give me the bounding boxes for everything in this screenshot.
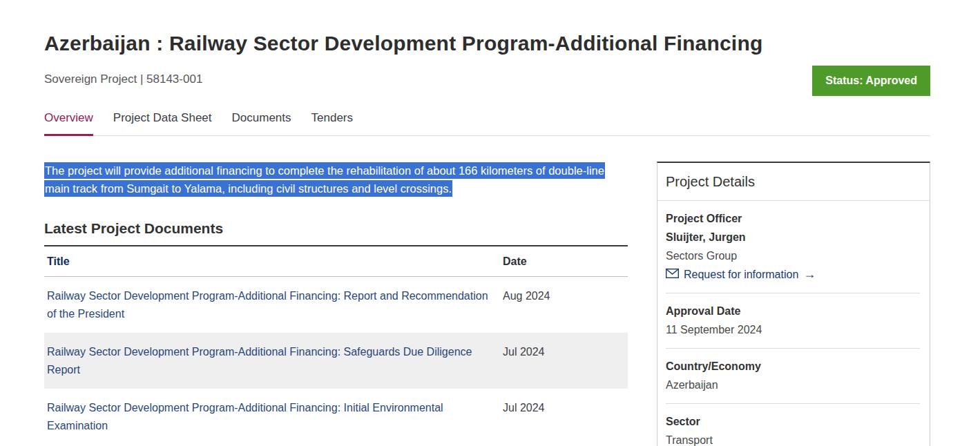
- arrow-right-icon: →: [803, 265, 816, 284]
- main-content: The project will provide additional fina…: [44, 162, 930, 446]
- request-information-link[interactable]: Request for information →: [666, 265, 920, 284]
- project-officer-section: Project Officer Sluijter, Jurgen Sectors…: [657, 201, 930, 293]
- project-officer-label: Project Officer: [666, 209, 920, 228]
- overview-panel: The project will provide additional fina…: [44, 162, 628, 446]
- project-page: Azerbaijan : Railway Sector Development …: [0, 0, 980, 446]
- document-date: Aug 2024: [500, 277, 628, 333]
- documents-header-row: Title Date: [44, 246, 628, 277]
- table-row: Railway Sector Development Program-Addit…: [44, 333, 628, 389]
- selected-text: The project will provide additional fina…: [44, 162, 605, 197]
- project-summary: The project will provide additional fina…: [44, 162, 609, 197]
- sector-section: Sector Transport: [657, 404, 930, 446]
- table-row: Railway Sector Development Program-Addit…: [44, 389, 628, 445]
- country-economy-section: Country/Economy Azerbaijan: [657, 349, 930, 403]
- project-subtitle: Sovereign Project | 58143-001: [44, 66, 202, 86]
- tab-bar: Overview Project Data Sheet Documents Te…: [44, 111, 930, 136]
- table-row: Railway Sector Development Program-Addit…: [44, 277, 628, 333]
- request-information-label: Request for information: [684, 265, 798, 284]
- subtitle-row: Sovereign Project | 58143-001 Status: Ap…: [44, 66, 930, 96]
- document-link[interactable]: Railway Sector Development Program-Addit…: [47, 346, 472, 376]
- tab-project-data-sheet[interactable]: Project Data Sheet: [113, 111, 212, 136]
- approval-date-section: Approval Date 11 September 2024: [657, 293, 930, 348]
- document-link[interactable]: Railway Sector Development Program-Addit…: [47, 290, 488, 320]
- document-date: Jul 2024: [500, 389, 628, 445]
- document-link[interactable]: Railway Sector Development Program-Addit…: [47, 402, 443, 432]
- sector-value: Transport: [666, 431, 920, 446]
- column-header-title[interactable]: Title: [44, 246, 500, 277]
- tab-documents[interactable]: Documents: [232, 111, 291, 136]
- approval-date-label: Approval Date: [666, 302, 920, 320]
- project-details-panel: Project Details Project Officer Sluijter…: [657, 162, 930, 446]
- project-officer-name: Sluijter, Jurgen: [666, 228, 920, 246]
- documents-table: Title Date Railway Sector Development Pr…: [44, 246, 628, 445]
- document-date: Jul 2024: [500, 333, 628, 389]
- envelope-icon: [666, 265, 679, 284]
- column-header-date: Date: [500, 246, 628, 277]
- project-details-heading: Project Details: [657, 163, 930, 201]
- latest-documents-heading: Latest Project Documents: [44, 220, 628, 246]
- page-title: Azerbaijan : Railway Sector Development …: [44, 32, 930, 55]
- tab-tenders[interactable]: Tenders: [311, 111, 353, 136]
- sector-label: Sector: [666, 412, 920, 431]
- approval-date-value: 11 September 2024: [666, 320, 920, 339]
- country-economy-label: Country/Economy: [666, 357, 920, 376]
- country-economy-value: Azerbaijan: [666, 376, 920, 394]
- project-officer-group: Sectors Group: [666, 246, 920, 265]
- status-badge: Status: Approved: [812, 66, 930, 96]
- tab-overview[interactable]: Overview: [44, 111, 93, 136]
